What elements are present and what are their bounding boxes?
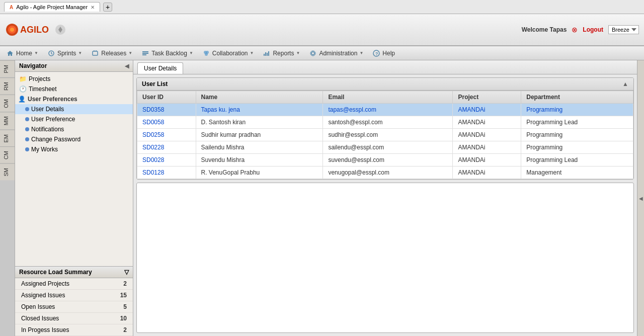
- navigator-header: Navigator ◀: [15, 60, 133, 72]
- resource-row-open-issues: Open Issues 5: [15, 301, 133, 313]
- side-label-mm[interactable]: MM: [0, 112, 15, 129]
- table-row[interactable]: SD0358Tapas ku. jenatapas@esspl.comAMAND…: [137, 104, 633, 116]
- side-label-em[interactable]: EM: [0, 130, 15, 147]
- navigator-collapse-button[interactable]: ◀: [125, 63, 129, 69]
- svg-text:?: ?: [375, 51, 378, 56]
- side-label-om[interactable]: OM: [0, 95, 15, 112]
- tab-user-details[interactable]: User Details: [137, 62, 183, 74]
- resource-summary-header[interactable]: Resource Load Summary ▽: [15, 267, 133, 278]
- svg-rect-14: [265, 52, 266, 56]
- cell-name: D. Santosh kiran: [196, 116, 323, 129]
- tree-item-projects[interactable]: 📁 Projects: [15, 74, 133, 84]
- nav-item-task-backlog[interactable]: Task Backlog ▼: [137, 48, 197, 59]
- navigation-bar: Home ▼ Sprints ▼ Releases ▼ Task Backlog…: [0, 46, 644, 60]
- nav-item-releases[interactable]: Releases ▼: [87, 48, 136, 59]
- cell-project: AMANDAi: [453, 141, 521, 154]
- table-row[interactable]: SD0128R. VenuGopal Prabhuvenugopal@esspl…: [137, 166, 633, 179]
- user-id-link[interactable]: SD0128: [142, 169, 164, 176]
- tree-item-notifications[interactable]: Notifications: [15, 124, 133, 134]
- tree-item-user-details[interactable]: User Details: [15, 104, 133, 114]
- resource-row-closed-issues: Closed Issues 10: [15, 313, 133, 324]
- svg-rect-9: [142, 54, 146, 55]
- app-header: AGILO Welcome Tapas ⊗ Logout Breeze: [0, 14, 644, 46]
- cell-name: Sudhir kumar pradhan: [196, 129, 323, 141]
- folder-icon: 📁: [19, 75, 27, 82]
- nav-item-collaboration[interactable]: Collaboration ▼: [198, 48, 258, 59]
- tree-item-my-works[interactable]: My Works: [15, 144, 133, 154]
- cell-project: AMANDAi: [453, 166, 521, 179]
- tree-item-change-password[interactable]: Change Password: [15, 134, 133, 144]
- user-id-link[interactable]: SD0358: [142, 106, 164, 113]
- tree-label-change-password: Change Password: [31, 136, 80, 143]
- assigned-projects-value: 2: [123, 280, 127, 287]
- tab-close-button[interactable]: ✕: [91, 5, 95, 10]
- releases-icon: [91, 49, 99, 57]
- col-header-department: Department: [521, 91, 633, 104]
- cell-user-id: SD0228: [137, 141, 196, 154]
- logout-button[interactable]: Logout: [583, 26, 603, 33]
- user-list-collapse-button[interactable]: ▲: [622, 80, 628, 88]
- person-icon: 👤: [18, 96, 26, 103]
- administration-arrow: ▼: [359, 51, 363, 55]
- reports-icon: [263, 49, 271, 57]
- nav-item-reports[interactable]: Reports ▼: [259, 48, 304, 59]
- user-id-link[interactable]: SD0028: [142, 156, 164, 163]
- open-issues-value: 5: [123, 303, 127, 310]
- tree-item-timesheet[interactable]: 🕐 Timesheet: [15, 84, 133, 94]
- user-list-section: User List ▲ User ID Name Email Project D…: [136, 77, 634, 180]
- user-id-link[interactable]: SD0228: [142, 144, 164, 151]
- svg-rect-7: [142, 51, 148, 52]
- side-label-pm[interactable]: PM: [0, 60, 15, 77]
- open-issues-label: Open Issues: [21, 303, 55, 310]
- right-collapse-handle[interactable]: ◀: [637, 60, 644, 336]
- nav-item-help[interactable]: ? Help: [368, 48, 399, 59]
- tree-item-user-preferences[interactable]: 👤 User Preferences: [15, 94, 133, 104]
- nav-tree: 📁 Projects 🕐 Timesheet 👤 User Preference…: [15, 72, 133, 266]
- clock-icon: 🕐: [19, 86, 27, 93]
- user-id-link[interactable]: SD0058: [142, 119, 164, 126]
- table-row[interactable]: SD0028Suvendu Mishrasuvendu@esspl.comAMA…: [137, 154, 633, 166]
- cell-department: Programming: [521, 104, 633, 116]
- nav-item-home[interactable]: Home ▼: [2, 48, 42, 59]
- cell-user-id: SD0058: [137, 116, 196, 129]
- nav-label-releases: Releases: [101, 50, 126, 57]
- cell-project: AMANDAi: [453, 129, 521, 141]
- svg-rect-13: [264, 54, 265, 56]
- table-row[interactable]: SD0228Sailendu Mishrasailendu@esspl.comA…: [137, 141, 633, 154]
- col-header-name: Name: [196, 91, 323, 104]
- nav-item-sprints[interactable]: Sprints ▼: [43, 48, 86, 59]
- table-row[interactable]: SD0258Sudhir kumar pradhansudhir@esspl.c…: [137, 129, 633, 141]
- reports-arrow: ▼: [296, 51, 300, 55]
- side-label-rm[interactable]: RM: [0, 77, 15, 95]
- tree-label-user-preference: User Preference: [31, 116, 75, 123]
- closed-issues-label: Closed Issues: [21, 315, 59, 322]
- side-label-sm[interactable]: SM: [0, 163, 15, 181]
- svg-rect-6: [93, 51, 98, 55]
- side-label-cm[interactable]: CM: [0, 146, 15, 163]
- theme-selector[interactable]: Breeze: [608, 25, 639, 34]
- browser-tab[interactable]: A Agilo - Agile Project Manager ✕: [4, 2, 100, 12]
- user-id-link[interactable]: SD0258: [142, 131, 164, 138]
- tab-header: User Details: [133, 60, 637, 74]
- resource-summary: Resource Load Summary ▽ Assigned Project…: [15, 266, 133, 336]
- resource-row-assigned-projects: Assigned Projects 2: [15, 278, 133, 290]
- home-icon: [6, 49, 14, 57]
- new-tab-button[interactable]: +: [103, 3, 112, 12]
- cell-name: R. VenuGopal Prabhu: [196, 166, 323, 179]
- cell-user-id: SD0258: [137, 129, 196, 141]
- resource-summary-collapse[interactable]: ▽: [124, 269, 129, 276]
- nav-label-home: Home: [16, 50, 32, 57]
- nav-label-reports: Reports: [273, 50, 294, 57]
- nav-label-administration: Administration: [319, 50, 357, 57]
- help-icon: ?: [372, 49, 380, 57]
- assigned-projects-label: Assigned Projects: [21, 280, 69, 287]
- cell-user-id: SD0128: [137, 166, 196, 179]
- taskbacklog-arrow: ▼: [189, 51, 193, 55]
- collaboration-arrow: ▼: [250, 51, 254, 55]
- nav-item-administration[interactable]: Administration ▼: [305, 48, 367, 59]
- second-panel: [136, 183, 634, 333]
- table-row[interactable]: SD0058D. Santosh kiransantosh@esspl.comA…: [137, 116, 633, 129]
- tree-item-user-preference[interactable]: User Preference: [15, 114, 133, 124]
- releases-arrow: ▼: [128, 51, 132, 55]
- cell-department: Management: [521, 166, 633, 179]
